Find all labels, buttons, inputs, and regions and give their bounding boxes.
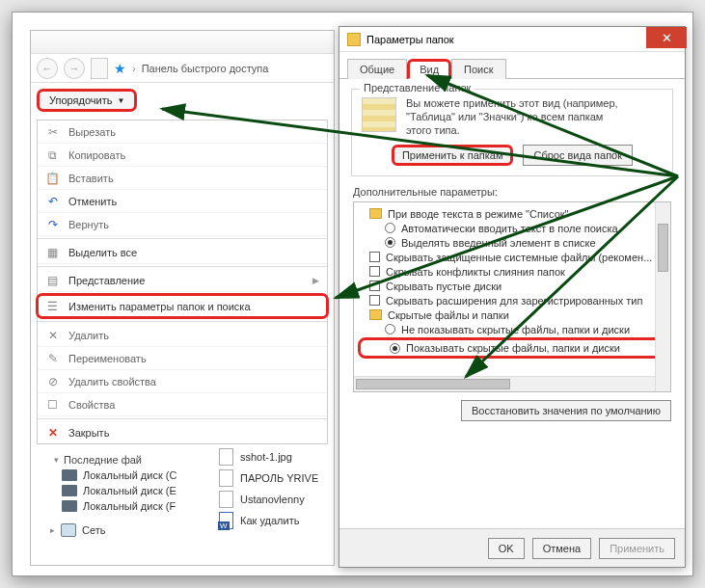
- menu-item[interactable]: ⊘Удалить свойства: [38, 370, 327, 393]
- menu-item[interactable]: 📋Вставить: [38, 167, 327, 190]
- tab-search[interactable]: Поиск: [451, 59, 505, 79]
- dialog-titlebar[interactable]: Параметры папок: [339, 27, 685, 52]
- forward-button[interactable]: →: [64, 58, 85, 79]
- drive-icon: [62, 500, 77, 512]
- vertical-scrollbar[interactable]: [655, 202, 670, 391]
- remove-props-icon: ⊘: [45, 374, 60, 388]
- file-icon: [219, 512, 233, 529]
- file-icon: [219, 469, 233, 487]
- advanced-item[interactable]: Скрывать конфликты слияния папок: [360, 264, 664, 279]
- advanced-item[interactable]: Показывать скрытые файлы, папки и диски: [358, 337, 666, 359]
- tab-general[interactable]: Общие: [347, 59, 407, 79]
- advanced-settings-list[interactable]: При вводе текста в режиме "Список"Автома…: [353, 201, 671, 392]
- folder-icon: [369, 309, 382, 320]
- chevron-down-icon: ▼: [117, 96, 124, 105]
- file-item[interactable]: ПАРОЛЬ YRIVE: [215, 468, 340, 489]
- rename-icon: ✎: [45, 351, 60, 365]
- file-icon: [219, 448, 233, 466]
- advanced-item[interactable]: Выделять введенный элемент в списке: [360, 235, 664, 250]
- delete-icon: ✕: [45, 328, 60, 342]
- file-icon: [219, 491, 233, 508]
- dialog-footer: OK Отмена Применить: [339, 528, 685, 567]
- redo-icon: ↷: [45, 217, 60, 231]
- dialog-tabs: Общие Вид Поиск: [339, 52, 685, 79]
- tab-view[interactable]: Вид: [407, 59, 451, 79]
- folder-icon: [369, 208, 382, 219]
- close-button[interactable]: ✕: [646, 27, 687, 48]
- menu-item[interactable]: ✎Переименовать: [38, 347, 327, 370]
- advanced-item[interactable]: Не показывать скрытые файлы, папки и дис…: [360, 322, 664, 336]
- properties-icon: ☐: [45, 397, 60, 412]
- ok-button[interactable]: OK: [488, 538, 525, 559]
- restore-defaults-button[interactable]: Восстановить значения по умолчанию: [461, 400, 671, 421]
- advanced-item[interactable]: Скрывать пустые диски: [360, 279, 664, 293]
- organize-menu: ✂Вырезать⧉Копировать📋Вставить↶Отменить↷В…: [37, 120, 328, 444]
- folder-options-dialog: Параметры папок ✕ Общие Вид Поиск Предст…: [339, 26, 686, 568]
- group-label: Представление папок: [360, 82, 475, 94]
- chevron-right-icon: ▶: [312, 276, 319, 285]
- advanced-item[interactable]: Скрытые файлы и папки: [360, 307, 664, 322]
- menu-item[interactable]: ☐Свойства: [38, 393, 327, 416]
- menu-item[interactable]: ☰Изменить параметры папок и поиска: [36, 293, 329, 319]
- file-item[interactable]: Как удалить: [215, 510, 340, 531]
- explorer-navbar: ← → ★ › Панель быстрого доступа: [31, 54, 334, 83]
- menu-item[interactable]: ↷Вернуть: [38, 213, 327, 236]
- network-icon: [61, 523, 76, 537]
- advanced-label: Дополнительные параметры:: [353, 186, 671, 198]
- menu-item[interactable]: ✕Удалить: [38, 324, 327, 347]
- advanced-item[interactable]: При вводе текста в режиме "Список": [360, 206, 664, 221]
- menu-item[interactable]: ⧉Копировать: [38, 144, 327, 167]
- advanced-item[interactable]: Скрывать защищенные системные файлы (рек…: [360, 250, 664, 264]
- close-icon: ✕: [45, 425, 60, 440]
- apply-button[interactable]: Применить: [599, 538, 675, 559]
- menu-item[interactable]: ✕Закрыть: [38, 421, 327, 443]
- paste-icon: 📋: [45, 171, 60, 185]
- checkbox-icon: [369, 295, 380, 306]
- file-item[interactable]: Ustanovlenny: [215, 489, 340, 510]
- radio-icon: [385, 223, 395, 233]
- screenshot-frame: ← → ★ › Панель быстрого доступа Упорядоч…: [12, 12, 693, 576]
- advanced-item[interactable]: Скрывать расширения для зарегистрированн…: [360, 293, 664, 307]
- back-button[interactable]: ←: [37, 58, 58, 79]
- apply-to-folders-button[interactable]: Применить к папкам: [392, 145, 514, 166]
- scissors-icon: ✂: [45, 124, 60, 139]
- folder-views-icon: [362, 97, 396, 132]
- folder-icon: [347, 33, 361, 46]
- checkbox-icon: [369, 266, 380, 277]
- menu-item[interactable]: ✂Вырезать: [38, 120, 327, 144]
- cancel-button[interactable]: Отмена: [532, 538, 591, 559]
- menu-item[interactable]: ↶Отменить: [38, 190, 327, 213]
- radio-icon: [385, 237, 395, 248]
- select-all-icon: ▦: [45, 245, 60, 259]
- folder-views-text: Вы можете применить этот вид (например, …: [406, 97, 618, 137]
- radio-icon: [385, 324, 395, 334]
- explorer-titlebar: [31, 31, 334, 54]
- drive-icon: [62, 469, 77, 481]
- organize-button[interactable]: Упорядочить ▼: [37, 89, 137, 112]
- menu-item[interactable]: ▦Выделить все: [38, 241, 327, 264]
- checkbox-icon: [369, 281, 380, 291]
- checkbox-icon: [369, 252, 380, 262]
- organize-label: Упорядочить: [49, 94, 112, 106]
- address-text[interactable]: Панель быстрого доступа: [142, 63, 269, 74]
- reset-folders-button[interactable]: Сброс вида папок: [523, 145, 633, 166]
- quick-access-icon: ★: [114, 61, 126, 76]
- file-list: sshot-1.jpgПАРОЛЬ YRIVEUstanovlennyКак у…: [215, 446, 340, 531]
- folder-options-icon: ☰: [45, 299, 60, 313]
- drive-icon: [62, 485, 77, 496]
- dialog-title: Параметры папок: [366, 34, 454, 45]
- horizontal-scrollbar[interactable]: [354, 376, 655, 391]
- folder-views-group: Представление папок Вы можете применить …: [351, 89, 673, 176]
- undo-icon: ↶: [45, 194, 60, 208]
- history-dropdown[interactable]: [91, 58, 108, 79]
- copy-icon: ⧉: [45, 147, 60, 162]
- advanced-item[interactable]: Автоматически вводить текст в поле поиск…: [360, 221, 664, 235]
- radio-icon: [390, 343, 400, 354]
- layout-icon: ▤: [45, 273, 60, 287]
- menu-item[interactable]: ▤Представление▶: [38, 269, 327, 292]
- file-item[interactable]: sshot-1.jpg: [215, 446, 340, 468]
